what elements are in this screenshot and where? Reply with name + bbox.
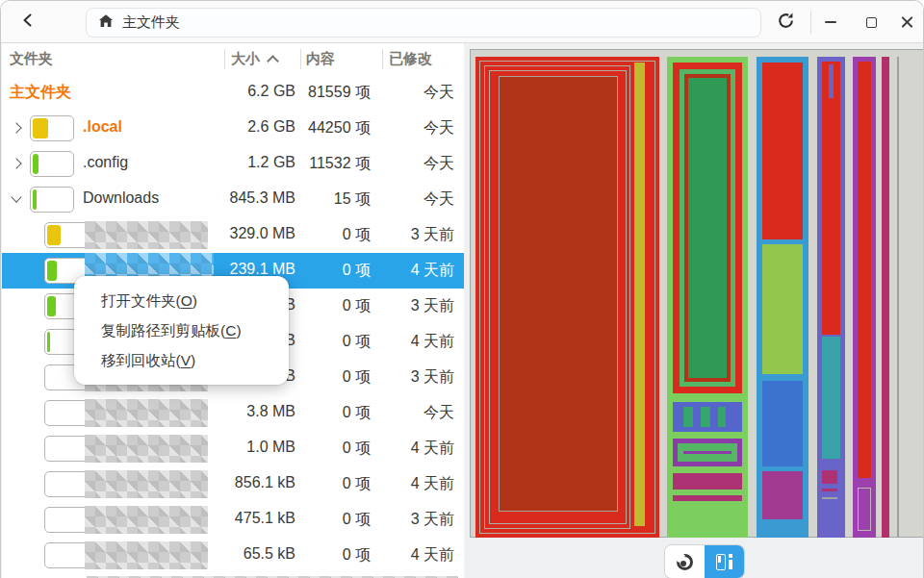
table-row[interactable]: 3.8 MB0 项今天	[2, 395, 464, 431]
treemap-block	[673, 402, 742, 432]
rings-view-button[interactable]	[665, 545, 705, 578]
treemap-block	[822, 337, 840, 459]
column-header-modified[interactable]: 已修改	[389, 50, 432, 68]
censored-name	[85, 221, 208, 249]
contents-cell: 0 项	[302, 225, 371, 245]
table-row[interactable]: 1.0 MB0 项4 天前	[2, 431, 464, 466]
usage-bar	[30, 187, 74, 213]
menu-item[interactable]: 复制路径到剪贴板(C)	[74, 315, 289, 345]
titlebar: 主文件夹	[1, 1, 924, 43]
disk-usage-analyzer-window: 主文件夹 文件夹 大小 内容 已修改 主文件夹6.2 GB8	[0, 0, 924, 578]
path-bar[interactable]: 主文件夹	[86, 8, 761, 38]
censored-name	[85, 470, 208, 498]
treemap-block	[822, 489, 837, 491]
table-row[interactable]	[2, 573, 464, 578]
home-icon	[98, 13, 114, 33]
modified-cell: 3 天前	[382, 510, 454, 530]
treemap-block	[673, 439, 742, 466]
censored-name	[85, 435, 208, 463]
close-button[interactable]	[892, 7, 923, 38]
chevron-down-icon[interactable]	[11, 191, 21, 202]
folder-name: 主文件夹	[10, 83, 71, 103]
censored-name	[85, 541, 208, 569]
table-row[interactable]: 475.1 kB0 项3 天前	[2, 502, 464, 538]
treemap-block	[673, 473, 742, 490]
table-row[interactable]: .local2.6 GB44250 项今天	[2, 111, 464, 146]
modified-cell: 今天	[382, 83, 454, 103]
modified-cell: 4 天前	[382, 545, 454, 565]
maximize-icon	[866, 17, 877, 28]
contents-cell: 0 项	[302, 261, 371, 281]
treemap-col-3[interactable]	[757, 57, 808, 538]
treemap-chart-icon	[716, 554, 732, 570]
path-label: 主文件夹	[122, 13, 180, 32]
contents-cell: 15 项	[302, 189, 371, 210]
treemap-block	[684, 74, 731, 382]
column-header-size[interactable]: 大小	[231, 50, 260, 68]
treemap-block	[683, 451, 732, 454]
tree-header: 文件夹 大小 内容 已修改	[2, 43, 464, 75]
minimize-button[interactable]	[815, 7, 846, 38]
treemap-view-button[interactable]	[705, 545, 744, 578]
treemap-col-1[interactable]	[475, 57, 659, 538]
usage-bar	[44, 222, 89, 248]
view-toggle	[665, 545, 744, 578]
treemap-col-6[interactable]	[882, 57, 889, 538]
column-header-folder[interactable]: 文件夹	[10, 50, 53, 68]
column-separator[interactable]	[300, 49, 301, 69]
censored-name	[85, 506, 208, 534]
treemap-col-4[interactable]	[817, 57, 845, 538]
usage-bar	[44, 471, 89, 497]
folder-name: .config	[83, 154, 128, 171]
size-cell: 856.1 kB	[204, 474, 295, 491]
modified-cell: 3 天前	[382, 367, 454, 388]
modified-cell: 3 天前	[382, 225, 454, 245]
folder-name: Downloads	[83, 189, 159, 207]
table-row[interactable]: .config1.2 GB11532 项今天	[2, 146, 464, 182]
usage-bar	[44, 507, 89, 533]
folder-name: .local	[83, 118, 122, 136]
menu-item[interactable]: 打开文件夹(O)	[74, 286, 289, 315]
table-row[interactable]: 856.1 kB0 项4 天前	[2, 466, 464, 502]
minimize-icon	[825, 21, 836, 23]
size-cell: 65.5 kB	[204, 545, 295, 563]
menu-item[interactable]: 移到回收站(V)	[74, 345, 289, 375]
treemap-hairline[interactable]	[897, 57, 899, 538]
size-cell: 6.2 GB	[204, 83, 295, 100]
size-cell: 2.6 GB	[204, 118, 295, 136]
modified-cell: 4 天前	[382, 332, 454, 352]
column-separator[interactable]	[224, 49, 225, 69]
table-row[interactable]: 65.5 kB0 项4 天前	[2, 538, 464, 573]
size-cell: 329.0 MB	[204, 225, 295, 242]
treemap-block	[822, 470, 837, 484]
sort-ascending-icon	[267, 55, 279, 67]
table-row[interactable]: 主文件夹6.2 GB81559 项今天	[2, 75, 464, 111]
treemap-block	[762, 63, 803, 239]
column-header-contents[interactable]: 内容	[306, 50, 335, 68]
treemap-canvas[interactable]	[470, 49, 924, 538]
modified-cell: 今天	[382, 118, 454, 138]
usage-bar	[44, 400, 89, 426]
folder-tree-panel: 文件夹 大小 内容 已修改 主文件夹6.2 GB81559 项今天.local2…	[1, 43, 464, 578]
treemap-block	[822, 497, 837, 499]
usage-bar	[30, 151, 74, 177]
maximize-button[interactable]	[856, 7, 886, 38]
modified-cell: 4 天前	[382, 474, 454, 494]
treemap-block	[673, 495, 742, 501]
chevron-right-icon[interactable]	[11, 122, 21, 133]
table-row[interactable]: 329.0 MB0 项3 天前	[2, 217, 464, 253]
context-menu: 打开文件夹(O)复制路径到剪贴板(C)移到回收站(V)	[74, 276, 289, 385]
refresh-icon	[777, 12, 795, 34]
modified-cell: 今天	[382, 189, 454, 210]
size-cell: 475.1 kB	[204, 510, 295, 527]
table-row[interactable]: Downloads845.3 MB15 项今天	[2, 182, 464, 217]
treemap-block	[701, 407, 710, 427]
back-button[interactable]	[13, 7, 43, 38]
refresh-button[interactable]	[770, 7, 801, 38]
column-separator[interactable]	[382, 49, 383, 69]
chevron-right-icon[interactable]	[11, 158, 21, 168]
treemap-col-5[interactable]	[853, 57, 876, 538]
treemap-col-2[interactable]	[667, 57, 748, 538]
size-cell: 3.8 MB	[204, 403, 295, 420]
treemap-block	[858, 488, 871, 531]
